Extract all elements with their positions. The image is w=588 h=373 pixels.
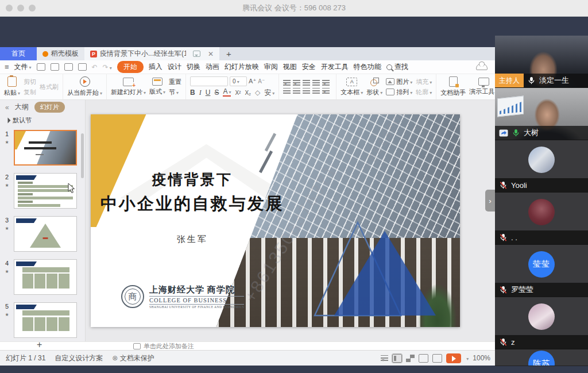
justify-icon[interactable] <box>312 88 320 94</box>
expand-pane-button[interactable] <box>485 190 495 212</box>
add-slide-button[interactable]: + <box>37 340 42 350</box>
bold-button[interactable]: B <box>190 89 195 97</box>
preview-icon[interactable] <box>78 63 87 71</box>
menu-slideshow[interactable]: 幻灯片放映 <box>225 62 259 72</box>
tab-document[interactable]: P 疫情背景下中小...经张生军(1) ✕ <box>84 47 219 60</box>
decrease-font-icon[interactable]: A⁻ <box>258 78 265 84</box>
slide-thumbnail-1[interactable]: 1 <box>0 130 85 166</box>
increase-indent-icon[interactable] <box>312 80 320 86</box>
italic-button[interactable]: I <box>199 89 202 97</box>
participant-tile[interactable]: 莹莹 罗莹莹 <box>495 245 588 297</box>
align-center-icon[interactable] <box>293 88 300 94</box>
doc-assistant-button[interactable]: 文档助手 <box>440 76 466 97</box>
textbox-button[interactable]: A 文本框 <box>341 78 363 97</box>
participant-tile-sharer[interactable]: 大树 <box>495 88 588 140</box>
copy-button[interactable]: 复制 <box>24 88 36 97</box>
section-button[interactable]: 节 <box>169 88 181 97</box>
projector-button[interactable] <box>432 354 442 363</box>
status-menu-icon[interactable] <box>381 355 388 361</box>
play-from-current-button[interactable]: 从当前开始 <box>67 76 102 97</box>
slide-author[interactable]: 张生军 <box>91 234 294 245</box>
layout-button[interactable]: 版式 <box>149 78 165 96</box>
paste-button[interactable]: 粘贴 <box>4 76 20 97</box>
wordart-button[interactable]: ◇ <box>255 89 260 97</box>
menu-transition[interactable]: 切换 <box>187 62 200 72</box>
close-tab-icon[interactable]: ✕ <box>208 50 214 58</box>
menu-file[interactable]: 文件 <box>14 62 32 72</box>
shape-button[interactable]: 形状 <box>366 78 382 97</box>
text-direction-icon[interactable] <box>322 80 330 86</box>
notes-placeholder[interactable]: 单击此处添加备注 <box>133 342 194 350</box>
participant-tile[interactable]: z <box>495 297 588 349</box>
outline-button[interactable]: 轮廓 <box>416 88 432 97</box>
align-left-icon[interactable] <box>283 88 291 94</box>
print-icon[interactable] <box>64 63 73 71</box>
protection-status[interactable]: 文档未保护 <box>112 353 154 363</box>
menu-home[interactable]: 开始 <box>117 61 144 73</box>
font-color-button[interactable]: A <box>223 89 231 97</box>
font-size-select[interactable]: 0 <box>230 76 247 86</box>
menu-insert[interactable]: 插入 <box>149 62 163 72</box>
menu-devtools[interactable]: 开发工具 <box>321 62 349 72</box>
menu-find[interactable]: 查找 <box>386 62 408 72</box>
bullets-icon[interactable] <box>283 80 291 86</box>
participant-tile[interactable]: 陈苏 <box>495 349 588 366</box>
menu-review[interactable]: 审阅 <box>264 62 278 72</box>
menu-view[interactable]: 视图 <box>283 62 297 72</box>
fill-button[interactable]: 填充 <box>416 78 432 86</box>
underline-button[interactable]: U <box>206 89 211 97</box>
pinyin-button[interactable]: 安 <box>264 88 274 98</box>
redo-icon[interactable] <box>103 63 112 71</box>
font-family-select[interactable] <box>190 76 228 86</box>
subscript-button[interactable]: X₂ <box>245 90 251 96</box>
line-spacing-icon[interactable] <box>322 88 330 94</box>
menu-animation[interactable]: 动画 <box>206 62 219 72</box>
tab-home[interactable]: 首页 <box>0 47 37 60</box>
play-options-icon[interactable] <box>465 354 469 362</box>
thumbnail-scrollbar[interactable] <box>81 133 84 178</box>
zoom-level[interactable]: 100% <box>473 354 490 362</box>
cut-button[interactable]: 剪切 <box>24 78 36 86</box>
arrange-button[interactable]: 排列 <box>396 88 412 97</box>
tab-outline[interactable]: 大纲 <box>15 102 29 112</box>
participant-tile[interactable]: Yooli <box>495 140 588 193</box>
strikethrough-button[interactable]: S <box>214 89 219 97</box>
slide-sorter-button[interactable] <box>406 355 415 362</box>
reading-view-button[interactable] <box>419 354 428 363</box>
design-scheme[interactable]: 自定义设计方案 <box>55 353 103 363</box>
decrease-indent-icon[interactable] <box>303 80 310 86</box>
menu-security[interactable]: 安全 <box>302 62 316 72</box>
tab-docer[interactable]: 稻壳模板 <box>37 47 84 60</box>
slideshow-play-button[interactable] <box>446 353 461 363</box>
present-tools-button[interactable]: 演示工具 <box>469 78 498 96</box>
comment-icon[interactable] <box>193 51 200 57</box>
slide-thumbnail-5[interactable]: 5 <box>0 302 85 338</box>
new-slide-button[interactable]: 新建幻灯片 <box>111 78 146 97</box>
save-icon[interactable] <box>37 63 45 71</box>
slide-thumbnail-4[interactable]: 4 <box>0 259 85 295</box>
numbering-icon[interactable] <box>293 80 300 86</box>
normal-view-button[interactable] <box>392 354 402 363</box>
participant-tile[interactable]: . . <box>495 193 588 245</box>
collapse-panel-icon[interactable] <box>5 103 9 111</box>
align-right-icon[interactable] <box>303 88 310 94</box>
slide-editor[interactable]: +8613508376371 +8613508376371 疫情背景下 中小企业… <box>91 114 460 327</box>
participant-tile-host[interactable]: 主持人 淡定一生 <box>495 36 588 88</box>
tab-slides[interactable]: 幻灯片 <box>34 102 65 113</box>
format-painter-button[interactable]: 格式刷 <box>40 83 59 91</box>
menu-features[interactable]: 特色功能 <box>354 62 381 72</box>
slide-thumbnail-3[interactable]: 3 <box>0 216 85 252</box>
slide-title-line1[interactable]: 疫情背景下 <box>91 170 294 189</box>
cloud-sync-icon[interactable] <box>476 64 488 70</box>
increase-font-icon[interactable]: A⁺ <box>249 78 256 85</box>
slide-title-line2[interactable]: 中小企业的自救与发展 <box>91 193 294 216</box>
menu-design[interactable]: 设计 <box>168 62 181 72</box>
superscript-button[interactable]: X² <box>235 90 241 96</box>
section-triangle-icon[interactable] <box>5 118 11 124</box>
undo-icon[interactable] <box>92 63 98 71</box>
picture-button[interactable]: 图片 <box>396 78 412 86</box>
new-tab-button[interactable]: + <box>219 47 238 60</box>
reset-button[interactable]: 重置 <box>169 78 181 86</box>
output-icon[interactable] <box>51 63 59 71</box>
hamburger-icon[interactable]: ≡ <box>5 63 9 71</box>
